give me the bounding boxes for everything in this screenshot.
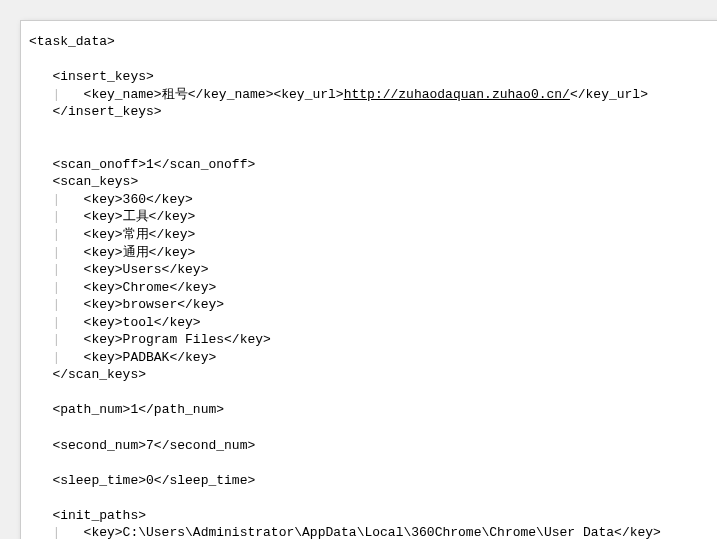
scan-key-item: | <key>Chrome</key> bbox=[29, 279, 717, 297]
scan-key-item: | <key>360</key> bbox=[29, 191, 717, 209]
scan-keys-open: <scan_keys> bbox=[29, 173, 717, 191]
blank-line bbox=[29, 384, 717, 402]
scan-onoff: <scan_onoff>1</scan_onoff> bbox=[29, 156, 717, 174]
path-num: <path_num>1</path_num> bbox=[29, 401, 717, 419]
scan-key-item: | <key>通用</key> bbox=[29, 244, 717, 262]
second-num: <second_num>7</second_num> bbox=[29, 437, 717, 455]
scan-key-item: | <key>Program Files</key> bbox=[29, 331, 717, 349]
key-url-link[interactable]: http://zuhaodaquan.zuhao0.cn/ bbox=[344, 87, 570, 102]
scan-key-item: | <key>browser</key> bbox=[29, 296, 717, 314]
init-paths-open: <init_paths> bbox=[29, 507, 717, 525]
scan-key-item: | <key>常用</key> bbox=[29, 226, 717, 244]
sleep-time: <sleep_time>0</sleep_time> bbox=[29, 472, 717, 490]
scan-key-item: | <key>tool</key> bbox=[29, 314, 717, 332]
init-path-item: | <key>C:\Users\Administrator\AppData\Lo… bbox=[29, 524, 717, 539]
code-viewer: <task_data> <insert_keys> | <key_name>租号… bbox=[20, 20, 717, 539]
insert-keys-open: <insert_keys> bbox=[29, 68, 717, 86]
blank-line bbox=[29, 489, 717, 507]
blank-line bbox=[29, 419, 717, 437]
insert-keys-row: | <key_name>租号</key_name><key_url>http:/… bbox=[29, 86, 717, 104]
blank-line bbox=[29, 454, 717, 472]
blank-line bbox=[29, 121, 717, 139]
scan-keys-close: </scan_keys> bbox=[29, 366, 717, 384]
xml-root-open: <task_data> bbox=[29, 33, 717, 51]
blank-line bbox=[29, 138, 717, 156]
scan-key-item: | <key>PADBAK</key> bbox=[29, 349, 717, 367]
scan-key-item: | <key>Users</key> bbox=[29, 261, 717, 279]
scan-key-item: | <key>工具</key> bbox=[29, 208, 717, 226]
blank-line bbox=[29, 51, 717, 69]
insert-keys-close: </insert_keys> bbox=[29, 103, 717, 121]
